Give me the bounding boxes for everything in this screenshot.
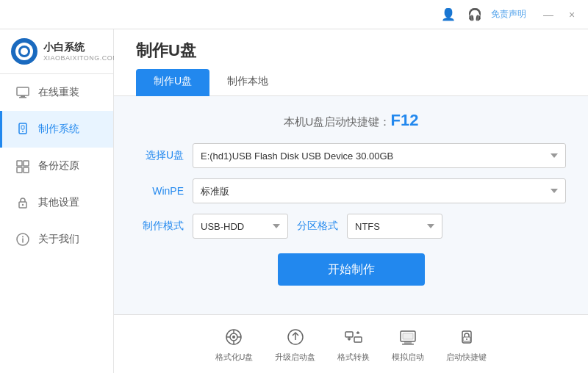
svg-rect-30 <box>402 344 414 345</box>
svg-rect-25 <box>354 337 362 342</box>
svg-rect-31 <box>403 333 413 339</box>
usb-select[interactable]: E:(hd1)USB Flash Disk USB Device 30.00GB <box>193 143 566 168</box>
usb-icon <box>15 121 31 137</box>
sidebar-item-other-settings[interactable]: 其他设置 <box>0 184 113 221</box>
info-icon <box>15 231 31 247</box>
bottom-toolbar: 格式化U盘 升级启动盘 <box>114 314 588 373</box>
usb-label: 选择U盘 <box>136 149 184 162</box>
boot-hotkey-icon <box>455 325 478 349</box>
tool-format-usb[interactable]: 格式化U盘 <box>215 325 254 363</box>
logo-domain: XIAOBAIXITONG.COM <box>43 54 118 62</box>
sidebar-label-online-reinstall: 在线重装 <box>38 86 79 99</box>
svg-rect-6 <box>17 161 22 166</box>
page-title: 制作U盘 <box>136 40 566 62</box>
lock-icon <box>15 195 31 211</box>
svg-point-11 <box>22 204 24 206</box>
monitor-icon <box>15 84 31 101</box>
close-button[interactable]: × <box>563 6 581 23</box>
svg-point-14 <box>22 236 24 238</box>
sidebar-label-other-settings: 其他设置 <box>38 196 79 209</box>
tool-boot-hotkey[interactable]: 启动快捷键 <box>446 325 487 363</box>
content-area: 制作U盘 制作U盘 制作本地 本机U盘启动快捷键：F12 选择U盘 E:(hd1… <box>114 29 588 373</box>
sidebar-label-backup-restore: 备份还原 <box>38 159 79 173</box>
sidebar: 小白系统 XIAOBAIXITONG.COM 在线重装 <box>0 29 114 373</box>
main-layout: 小白系统 XIAOBAIXITONG.COM 在线重装 <box>0 29 588 373</box>
headset-icon[interactable]: 🎧 <box>465 4 485 25</box>
mode-label: 制作模式 <box>136 220 184 233</box>
sidebar-item-about-us[interactable]: 关于我们 <box>0 221 113 258</box>
sim-boot-icon <box>396 325 420 349</box>
svg-point-34 <box>466 338 467 340</box>
shortcut-hint: 本机U盘启动快捷键：F12 <box>136 111 566 130</box>
format-usb-label: 格式化U盘 <box>215 352 254 363</box>
sidebar-label-about-us: 关于我们 <box>38 233 79 246</box>
disclaimer-text[interactable]: 免责声明 <box>491 8 526 21</box>
svg-rect-8 <box>17 167 22 173</box>
upgrade-boot-icon <box>284 325 307 349</box>
svg-point-17 <box>232 336 235 338</box>
tab-bar: 制作U盘 制作本地 <box>136 69 566 95</box>
format-conv-icon <box>342 325 365 349</box>
svg-rect-9 <box>24 167 29 173</box>
sidebar-nav: 在线重装 制作系统 <box>0 74 113 373</box>
content-header: 制作U盘 制作U盘 制作本地 <box>114 29 588 96</box>
part-label: 分区格式 <box>297 220 338 233</box>
tab-make-local[interactable]: 制作本地 <box>209 69 286 96</box>
part-select[interactable]: NTFS <box>347 214 442 239</box>
title-bar-icons: 👤 🎧 免责声明 — × <box>438 4 581 25</box>
backup-icon <box>15 158 31 174</box>
logo-name: 小白系统 <box>43 41 118 54</box>
form-rows: 选择U盘 E:(hd1)USB Flash Disk USB Device 30… <box>136 143 566 239</box>
svg-rect-2 <box>19 97 26 98</box>
svg-point-5 <box>22 131 24 132</box>
tool-sim-boot[interactable]: 模拟启动 <box>392 325 424 363</box>
mode-select[interactable]: USB-HDD <box>193 214 288 239</box>
sidebar-label-make-system: 制作系统 <box>38 123 79 136</box>
svg-rect-24 <box>345 332 353 337</box>
svg-rect-4 <box>21 126 24 129</box>
start-button[interactable]: 开始制作 <box>278 253 425 286</box>
upgrade-boot-label: 升级启动盘 <box>275 352 315 363</box>
shortcut-prefix: 本机U盘启动快捷键： <box>284 115 391 128</box>
logo-icon <box>11 38 37 65</box>
logo-area: 小白系统 XIAOBAIXITONG.COM <box>0 29 113 74</box>
logo-text: 小白系统 XIAOBAIXITONG.COM <box>43 41 118 62</box>
svg-rect-29 <box>404 341 412 344</box>
svg-rect-0 <box>17 87 29 95</box>
svg-rect-7 <box>24 161 29 166</box>
tool-upgrade-boot[interactable]: 升级启动盘 <box>275 325 315 363</box>
minimize-button[interactable]: — <box>539 6 557 23</box>
sim-boot-label: 模拟启动 <box>392 352 424 363</box>
sidebar-item-backup-restore[interactable]: 备份还原 <box>0 148 113 184</box>
svg-rect-1 <box>21 95 25 97</box>
sidebar-item-make-system[interactable]: 制作系统 <box>0 111 113 148</box>
title-bar: 👤 🎧 免责声明 — × <box>0 0 588 29</box>
format-conv-label: 格式转换 <box>337 352 370 363</box>
winpe-label: WinPE <box>136 185 184 197</box>
usb-row: 选择U盘 E:(hd1)USB Flash Disk USB Device 30… <box>136 143 566 168</box>
sidebar-item-online-reinstall[interactable]: 在线重装 <box>0 74 113 111</box>
winpe-select[interactable]: 标准版 <box>193 178 566 203</box>
mode-row: 制作模式 USB-HDD 分区格式 NTFS <box>136 214 566 239</box>
content-body: 本机U盘启动快捷键：F12 选择U盘 E:(hd1)USB Flash Disk… <box>114 96 588 314</box>
boot-hotkey-label: 启动快捷键 <box>446 352 487 363</box>
tab-make-usb[interactable]: 制作U盘 <box>136 69 209 96</box>
user-icon[interactable]: 👤 <box>438 4 459 25</box>
shortcut-key: F12 <box>390 111 418 129</box>
format-usb-icon <box>222 325 245 349</box>
tool-format-conv[interactable]: 格式转换 <box>337 325 370 363</box>
winpe-row: WinPE 标准版 <box>136 178 566 203</box>
